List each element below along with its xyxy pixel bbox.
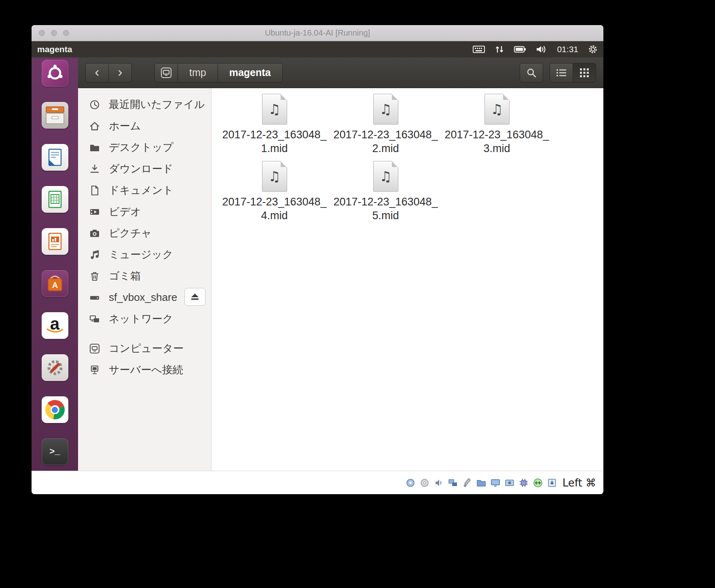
- usb-icon[interactable]: [462, 478, 472, 488]
- vbox-statusbar: Left ⌘: [32, 471, 603, 494]
- unity-launcher: A a >_: [32, 57, 78, 471]
- file-name: 2017-12-23_163048_4.mid: [222, 195, 326, 222]
- launcher-libreoffice-calc[interactable]: [42, 186, 68, 213]
- file-item-2[interactable]: ♫ 2017-12-23_163048_2.mid: [330, 94, 441, 155]
- nautilus-sidebar: 最近開いたファイル ホーム デスクトップ ダウンロード: [78, 88, 212, 471]
- launcher-libreoffice-impress[interactable]: [42, 228, 68, 255]
- breadcrumb-segment-tmp[interactable]: tmp: [178, 63, 218, 82]
- network-icon: [89, 314, 101, 324]
- sidebar-item-videos[interactable]: ビデオ: [78, 201, 211, 222]
- updown-arrows-icon[interactable]: [495, 44, 504, 54]
- file-item-4[interactable]: ♫ 2017-12-23_163048_4.mid: [219, 161, 330, 222]
- panel-app-name: magenta: [37, 44, 72, 54]
- display-icon[interactable]: [490, 478, 501, 488]
- home-icon: [89, 121, 101, 131]
- sidebar-label: sf_vbox_share: [109, 291, 177, 304]
- grid-view-button[interactable]: [573, 63, 596, 82]
- file-manager: ‹ › tmp magenta: [78, 57, 603, 471]
- keyboard-input-icon[interactable]: [547, 478, 557, 488]
- search-button[interactable]: [520, 63, 543, 82]
- back-button[interactable]: ‹: [85, 63, 109, 82]
- midi-file-icon: ♫: [484, 94, 510, 125]
- traffic-lights: [39, 30, 69, 36]
- window-title: Ubuntu-ja-16.04-AI [Running]: [32, 28, 603, 38]
- session-gear-icon[interactable]: [588, 44, 598, 54]
- sidebar-item-downloads[interactable]: ダウンロード: [78, 158, 211, 180]
- sidebar-item-sf-vbox-share[interactable]: sf_vbox_share: [78, 287, 211, 308]
- launcher-chrome[interactable]: [42, 396, 68, 423]
- breadcrumb-computer-button[interactable]: [154, 63, 178, 82]
- midi-file-icon: ♫: [373, 94, 398, 125]
- midi-file-icon: ♫: [262, 94, 287, 125]
- list-view-button[interactable]: [550, 63, 573, 82]
- midi-file-icon: ♫: [373, 161, 398, 192]
- sidebar-item-computer[interactable]: コンピューター: [78, 338, 211, 359]
- battery-icon[interactable]: [514, 46, 526, 53]
- document-icon: [89, 185, 101, 196]
- file-item-3[interactable]: ♫ 2017-12-23_163048_3.mid: [441, 94, 552, 155]
- mac-titlebar: Ubuntu-ja-16.04-AI [Running]: [32, 25, 603, 41]
- keyboard-icon[interactable]: [473, 45, 485, 54]
- sidebar-item-home[interactable]: ホーム: [78, 115, 211, 137]
- features-icon[interactable]: [518, 478, 529, 488]
- close-button[interactable]: [39, 30, 45, 36]
- sidebar-item-connect-to-server[interactable]: サーバーへ接続: [78, 359, 211, 381]
- network-icon[interactable]: [448, 478, 458, 488]
- midi-file-icon: ♫: [262, 161, 287, 192]
- sidebar-label: ドキュメント: [109, 183, 173, 197]
- launcher-ubuntu-dash[interactable]: [42, 60, 68, 87]
- sidebar-item-trash[interactable]: ゴミ箱: [78, 265, 211, 287]
- sidebar-label: 最近開いたファイル: [109, 97, 205, 112]
- breadcrumb: tmp magenta: [154, 63, 283, 82]
- mouse-integration-icon[interactable]: [533, 478, 543, 488]
- audio-icon[interactable]: [434, 478, 444, 488]
- nautilus-toolbar: ‹ › tmp magenta: [78, 57, 603, 88]
- sidebar-item-music[interactable]: ミュージック: [78, 244, 211, 265]
- sidebar-label: ゴミ箱: [109, 269, 141, 283]
- file-name: 2017-12-23_163048_1.mid: [222, 128, 326, 155]
- file-item-5[interactable]: ♫ 2017-12-23_163048_5.mid: [330, 161, 441, 222]
- sidebar-item-pictures[interactable]: ピクチャ: [78, 222, 211, 244]
- view-switcher: [550, 63, 596, 82]
- sidebar-item-recent[interactable]: 最近開いたファイル: [78, 94, 211, 115]
- terminal-prompt-glyph: >_: [49, 447, 60, 457]
- server-icon: [89, 365, 101, 375]
- list-view-icon: [556, 68, 567, 77]
- eject-button[interactable]: [184, 288, 205, 306]
- launcher-files[interactable]: [42, 102, 68, 129]
- optical-disc-icon[interactable]: [419, 478, 430, 488]
- video-icon: [89, 207, 101, 217]
- file-item-1[interactable]: ♫ 2017-12-23_163048_1.mid: [219, 94, 330, 155]
- amazon-smile-icon: [47, 328, 63, 334]
- sidebar-item-network[interactable]: ネットワーク: [78, 308, 211, 330]
- sidebar-label: ホーム: [109, 119, 141, 133]
- launcher-libreoffice-writer[interactable]: [42, 144, 68, 171]
- zoom-button[interactable]: [63, 30, 69, 36]
- camera-icon: [89, 228, 101, 239]
- svg-text:A: A: [52, 281, 57, 290]
- sidebar-label: デスクトップ: [109, 140, 173, 154]
- shared-folders-icon[interactable]: [476, 478, 487, 488]
- launcher-terminal[interactable]: >_: [42, 438, 68, 465]
- file-view[interactable]: ♫ 2017-12-23_163048_1.mid ♫ 2017-12-23_1…: [212, 88, 603, 471]
- launcher-amazon[interactable]: a: [42, 312, 68, 339]
- sidebar-item-documents[interactable]: ドキュメント: [78, 180, 211, 201]
- chrome-logo: [45, 400, 65, 419]
- music-note-icon: [89, 250, 101, 260]
- panel-clock[interactable]: 01:31: [557, 44, 578, 54]
- breadcrumb-segment-magenta[interactable]: magenta: [218, 63, 283, 82]
- minimize-button[interactable]: [51, 30, 57, 36]
- launcher-system-settings[interactable]: [42, 354, 68, 381]
- volume-icon[interactable]: [536, 45, 547, 54]
- sidebar-item-desktop[interactable]: デスクトップ: [78, 137, 211, 158]
- ubuntu-desktop: magenta 01:31: [32, 41, 603, 471]
- file-name: 2017-12-23_163048_5.mid: [333, 195, 438, 222]
- sidebar-label: サーバーへ接続: [109, 363, 183, 377]
- grid-view-icon: [580, 68, 589, 78]
- hdd-icon[interactable]: [405, 478, 416, 488]
- forward-button[interactable]: ›: [108, 63, 132, 82]
- sidebar-label: ネットワーク: [109, 312, 173, 326]
- launcher-ubuntu-software[interactable]: A: [42, 270, 68, 297]
- file-name: 2017-12-23_163048_2.mid: [333, 128, 438, 155]
- recording-icon[interactable]: [504, 478, 515, 488]
